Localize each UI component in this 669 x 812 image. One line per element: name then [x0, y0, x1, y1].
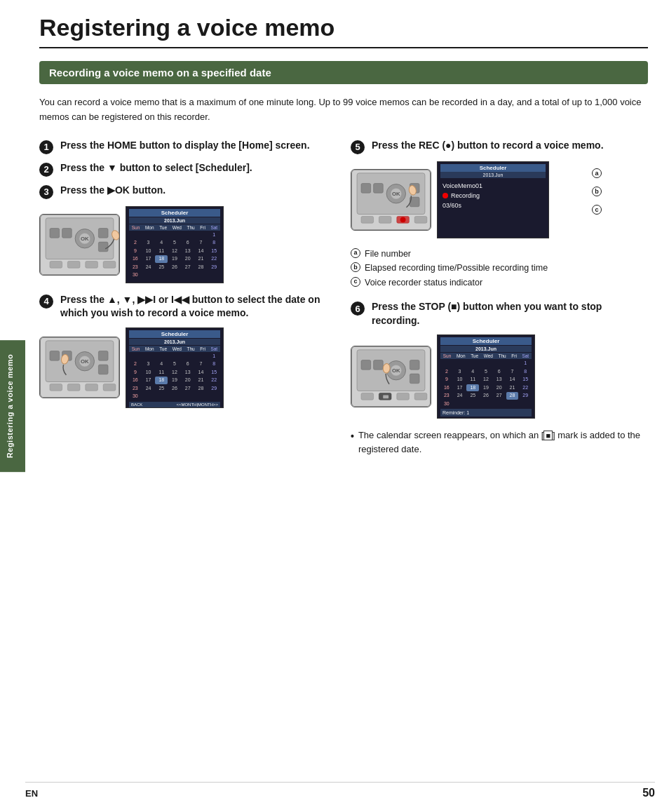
section-header: Recording a voice memo on a specified da… [39, 61, 648, 84]
label-c-circle: c [592, 205, 602, 215]
recording-screen-container: Scheduler 2013.Jun VoiceMemo01 Recording… [437, 161, 549, 238]
svg-rect-21 [98, 351, 108, 361]
step-5-number: 5 [351, 140, 365, 154]
label-c-legend-circle: c [351, 277, 360, 287]
device-recorder-1: OK [39, 214, 120, 276]
sidebar-label: Registering a voice memo [0, 340, 25, 472]
step-3-devices: OK Scheduler [39, 206, 337, 283]
step-6-text: Press the STOP (■) button when you want … [372, 300, 648, 327]
label-b-legend-circle: b [351, 262, 360, 272]
step-2-text: Press the ▼ button to select [Scheduler]… [60, 161, 252, 175]
step-5: 5 Press the REC (●) button to record a v… [351, 139, 648, 154]
page-title: Registering a voice memo [39, 14, 648, 48]
step-5-devices: OK Scheduler [351, 161, 648, 238]
step-4-devices: OK Scheduler [39, 327, 337, 408]
device-recorder-4: OK [351, 346, 431, 407]
rec-dot-icon [442, 193, 448, 198]
svg-rect-54 [383, 395, 388, 399]
label-c-item: c Voice recorder status indicator [351, 277, 648, 290]
svg-rect-8 [98, 242, 108, 252]
svg-rect-45 [361, 360, 371, 370]
step-3: 3 Press the ▶OK button. [39, 184, 337, 199]
svg-rect-24 [67, 384, 80, 391]
label-b-text: Elapsed recording time/Possible recordin… [365, 262, 548, 275]
label-markers: a b c [592, 168, 602, 215]
calendar-screen-2: Scheduler 2013.Jun SunMonTueWedThuFriSat… [126, 327, 224, 408]
cal-title-1: Scheduler [129, 209, 220, 217]
svg-text:OK: OK [392, 367, 400, 374]
cal-footer-back: BACK [131, 402, 142, 407]
label-a-marker: a [592, 168, 602, 178]
rec-filename: VoiceMemo01 [440, 181, 546, 191]
calendar-screen-3: Scheduler 2013.Jun SunMonTueWedThuFriSat… [437, 334, 535, 419]
rec-time: 03/60s [440, 201, 546, 210]
label-a-text: File number [365, 248, 411, 261]
sidebar: Registering a voice memo [0, 0, 25, 812]
note-text: The calendar screen reappears, on which … [358, 428, 648, 456]
label-c-marker: c [592, 205, 602, 215]
step-3-number: 3 [39, 185, 53, 199]
svg-text:OK: OK [392, 191, 400, 197]
svg-rect-46 [374, 360, 384, 370]
step-1-number: 1 [39, 140, 53, 154]
svg-rect-56 [414, 393, 427, 400]
label-c-text: Voice recorder status indicator [365, 277, 482, 290]
svg-rect-25 [86, 384, 98, 391]
note-item: • The calendar screen reappears, on whic… [351, 428, 648, 456]
page-footer: EN 50 [25, 782, 655, 799]
svg-text:OK: OK [81, 358, 89, 365]
svg-rect-50 [410, 360, 419, 370]
svg-rect-3 [62, 228, 72, 238]
step-4-number: 4 [39, 295, 53, 309]
rec-label-text: Recording [451, 192, 480, 199]
footer-page: 50 [642, 787, 655, 799]
label-a-item: a File number [351, 248, 648, 261]
step-2: 2 Press the ▼ button to select [Schedule… [39, 161, 337, 177]
step-4-text: Press the ▲, ▼, ▶▶I or I◀◀ button to sel… [60, 293, 337, 320]
svg-rect-9 [50, 261, 62, 268]
label-b-marker: b [592, 187, 602, 196]
cal-footer: BACK <<MONTH|MONTH>> [129, 402, 220, 407]
svg-rect-22 [98, 365, 108, 374]
label-b-item: b Elapsed recording time/Possible record… [351, 262, 648, 275]
label-a-legend-circle: a [351, 248, 360, 258]
step-1-text: Press the HOME button to display the [Ho… [60, 139, 310, 153]
footer-lang: EN [25, 788, 38, 799]
svg-rect-16 [50, 351, 60, 361]
step-1: 1 Press the HOME button to display the [… [39, 139, 337, 154]
labels-legend: a File number b Elapsed recording time/P… [351, 248, 648, 290]
note-bullet: • [351, 429, 354, 444]
svg-rect-37 [361, 216, 374, 223]
step-6: 6 Press the STOP (■) button when you wan… [351, 300, 648, 327]
svg-rect-11 [86, 261, 98, 268]
calendar-screen-2-container: Scheduler 2013.Jun SunMonTueWedThuFriSat… [126, 327, 224, 408]
step-4: 4 Press the ▲, ▼, ▶▶I or I◀◀ button to s… [39, 293, 337, 320]
rec-status: Recording [440, 191, 546, 201]
left-column: 1 Press the HOME button to display the [… [39, 139, 337, 459]
svg-text:OK: OK [81, 236, 89, 242]
calendar-screen-1: Scheduler 2013.Jun SunMonTueWedThuFriSat… [126, 206, 224, 283]
step-6-devices: OK Scheduler 2013.Jun [351, 334, 648, 419]
notes-section: • The calendar screen reappears, on whic… [351, 428, 648, 456]
rec-screen-title: Scheduler [440, 164, 546, 172]
svg-point-40 [400, 217, 406, 222]
step-6-number: 6 [351, 302, 365, 316]
svg-rect-52 [361, 393, 374, 400]
svg-rect-23 [50, 384, 62, 391]
main-content: Registering a voice memo Recording a voi… [25, 0, 669, 812]
svg-rect-12 [103, 261, 116, 268]
right-column: 5 Press the REC (●) button to record a v… [351, 139, 648, 459]
cal-footer-month: <<MONTH|MONTH>> [176, 402, 218, 407]
step-3-text: Press the ▶OK button. [60, 184, 165, 198]
step-2-number: 2 [39, 163, 53, 177]
svg-rect-30 [361, 183, 371, 193]
cal-header-1: SunMonTueWedThuFriSat [129, 224, 220, 231]
device-recorder-3: OK [351, 169, 431, 231]
svg-rect-51 [410, 374, 419, 384]
intro-text: You can record a voice memo that is a ma… [39, 95, 648, 125]
svg-rect-10 [67, 261, 80, 268]
label-a-circle: a [592, 168, 602, 178]
svg-rect-55 [397, 393, 410, 400]
svg-rect-2 [50, 228, 60, 238]
device-recorder-2: OK [39, 337, 120, 398]
